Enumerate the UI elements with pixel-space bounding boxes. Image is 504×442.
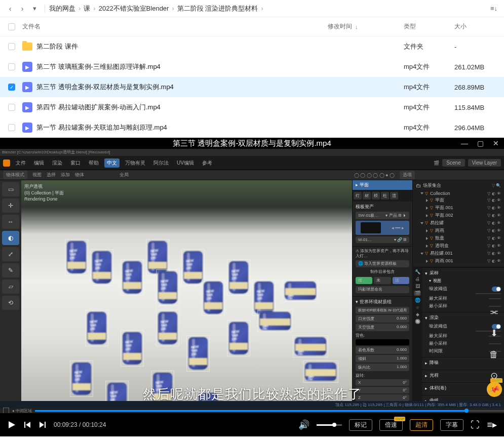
mark-button[interactable]: 标记	[349, 419, 372, 431]
lang-toggle[interactable]: 中文	[104, 158, 120, 168]
mode-sel[interactable]: 选择	[47, 172, 56, 178]
breadcrumb: 我的网盘› 课› 2022不错实验室Blender› 第二阶段 渲染进阶典型材料…	[49, 4, 488, 13]
row-checkbox[interactable]	[8, 104, 15, 111]
outliner-item[interactable]: ▽透明盒▽◐👁	[416, 242, 501, 250]
play-button[interactable]	[7, 420, 16, 429]
file-row[interactable]: ▶ 第四节 易拉罐动图扩展案例-动画入门.mp4 mp4文件 115.84MB	[0, 97, 504, 117]
workspace-2[interactable]: UV编辑	[174, 158, 197, 168]
minimize-button[interactable]: —	[461, 139, 468, 147]
playback-controls: 00:09:23 / 00:10:24 🔊 标记 倍速SVIP 超清 字幕 ⛶ …	[0, 413, 504, 436]
view-options-button[interactable]: ≡↓	[488, 3, 500, 15]
right-panels: ▸ 平面 灯 材 模 杜 渲 模板资产 SW-01极…▾ 产品 ⊞ ⏵ ◂ ━━…	[352, 180, 504, 406]
row-checkbox[interactable]	[8, 124, 15, 131]
file-type: mp4文件	[404, 103, 454, 112]
crumb-2[interactable]: 2022不错实验室Blender	[99, 4, 169, 13]
caption-button[interactable]: 字幕	[440, 419, 463, 431]
file-row[interactable]: ▶ 第二节 玻璃瓶案例-三维贴图原理详解.mp4 mp4文件 261.02MB	[0, 57, 504, 77]
tool-transform[interactable]: ✎	[2, 263, 19, 277]
outliner-item[interactable]: ▽平面.002▽◐👁	[416, 212, 501, 219]
outliner-item[interactable]: ▽瓶盖▽◐👁	[416, 234, 501, 242]
viewlayer-selector[interactable]: View Layer	[468, 159, 501, 167]
viewport-3d[interactable]: 用户透视 (0) Collection | 平面 Rendering Done …	[21, 180, 352, 406]
progress-track[interactable]	[35, 410, 504, 412]
outliner-item[interactable]: ▽平面.001▽◐👁	[416, 204, 501, 212]
progress-bar[interactable]: ● 中间区域	[0, 408, 504, 413]
tool-measure[interactable]: ⟲	[2, 296, 19, 310]
sort-arrow-icon: ↓	[355, 24, 358, 30]
mode-view[interactable]: 视图	[32, 172, 42, 178]
tool-annotate[interactable]: ▱	[2, 279, 19, 294]
outliner-item[interactable]: ▽两画.001▽◐👁	[416, 257, 501, 265]
color-swatch[interactable]	[356, 339, 409, 345]
delete-icon[interactable]: 🗑	[487, 347, 501, 361]
select-all-checkbox[interactable]	[8, 23, 15, 30]
options-btn[interactable]: 选项	[400, 171, 415, 179]
svg-rect-1	[24, 422, 25, 428]
asset-thumbnail[interactable]: ◂ ━━ ▸	[356, 221, 409, 235]
row-checkbox[interactable]: ✓	[8, 84, 15, 91]
outliner: 🗀场景集合▽ 🔍 ▽Collection▽◐👁▽平面▽◐👁▽平面.001▽◐👁▽…	[413, 180, 504, 267]
outliner-item[interactable]: ▽易拉罐▽◐👁	[416, 219, 501, 227]
outliner-item[interactable]: ▽平面▽◐👁	[416, 196, 501, 204]
scene-selector[interactable]: Scene	[442, 159, 464, 167]
header-size[interactable]: 大小	[454, 22, 500, 31]
tool-cursor[interactable]: ✛	[2, 198, 19, 213]
outliner-item[interactable]: ▽两画▽◐👁	[416, 227, 501, 234]
quality-button[interactable]: 超清	[410, 419, 433, 431]
crumb-0[interactable]: 我的网盘	[49, 4, 75, 13]
maximize-button[interactable]: ▢	[477, 139, 484, 147]
menu-window[interactable]: 窗口	[68, 158, 83, 168]
playlist-button[interactable]: ≡▸	[487, 419, 497, 430]
tool-move[interactable]: ↔	[2, 215, 19, 229]
close-button[interactable]: ✕	[493, 139, 499, 147]
prev-button[interactable]	[23, 421, 31, 429]
blender-titlebar: Blender [C:\Users\win10\Desktop\透明盒.blen…	[0, 149, 504, 156]
next-button[interactable]	[38, 421, 47, 429]
header-type[interactable]: 类型	[404, 22, 454, 31]
import-world-btn[interactable]: 🌐 导入世界资源模板	[356, 260, 409, 267]
blender-status-bar: 顶点 115,285 | 边 115,285 | 三角面:0 | 物体:0/11…	[0, 401, 504, 408]
workspace-1[interactable]: 阿尔法	[151, 158, 171, 168]
menu-help[interactable]: 帮助	[86, 158, 101, 168]
share-icon[interactable]: ⫘	[487, 305, 501, 319]
tool-scale[interactable]: ⤢	[2, 247, 19, 261]
noise-toggle[interactable]	[492, 287, 501, 292]
outliner-item[interactable]: ▽Collection▽◐👁	[416, 190, 501, 196]
tool-select[interactable]: ▭	[2, 182, 19, 196]
tool-rotate[interactable]: ◐	[2, 231, 19, 245]
panel-header: ▸ 平面	[353, 180, 412, 190]
nav-dropdown-button[interactable]: ▾	[28, 3, 41, 15]
file-row[interactable]: ✓ ▶ 第三节 透明盒案例-双层材质与是复制实例.mp4 mp4文件 268.8…	[0, 77, 504, 97]
outliner-item[interactable]: ▽易拉罐.001▽◐👁	[416, 250, 501, 257]
hdri-select[interactable]: 极致HDR标准模板.W-切代通用	[356, 307, 409, 314]
header-time[interactable]: 修改时间↓	[328, 22, 404, 31]
workspace-0[interactable]: 万物有灵	[123, 158, 148, 168]
mode-obj[interactable]: 物体	[75, 172, 84, 178]
file-type: mp4文件	[404, 83, 454, 92]
nav-back-button[interactable]	[4, 3, 16, 15]
workspace-3[interactable]: 参考	[200, 158, 215, 168]
menu-edit[interactable]: 编辑	[31, 158, 47, 168]
crumb-3[interactable]: 第二阶段 渲染进阶典型材料	[177, 4, 258, 13]
row-checkbox[interactable]	[8, 43, 15, 50]
speed-button[interactable]: 倍速SVIP	[379, 419, 403, 431]
mode-select[interactable]: 物体模式	[3, 171, 27, 179]
mode-add[interactable]: 添加	[61, 172, 70, 178]
file-row[interactable]: ▶ 第一节 易拉罐案例-关联追加与雕刻原理.mp4 mp4文件 296.04MB	[0, 117, 504, 138]
crumb-1[interactable]: 课	[84, 4, 90, 13]
progress-knob[interactable]	[464, 409, 469, 413]
fullscreen-button[interactable]: ⛶	[471, 420, 480, 430]
n-panel: ▸ 平面 灯 材 模 杜 渲 模板资产 SW-01极…▾ 产品 ⊞ ⏵ ◂ ━━…	[352, 180, 413, 406]
volume-button[interactable]: 🔊	[298, 419, 309, 430]
header-name[interactable]: 文件名	[22, 22, 328, 31]
menu-file[interactable]: 文件	[13, 158, 28, 168]
row-checkbox[interactable]	[8, 63, 15, 70]
file-row[interactable]: 第二阶段 课件 文件夹 -	[0, 36, 504, 57]
blender-menubar: 文件 编辑 渲染 窗口 帮助 中文 万物有灵 阿尔法 UV编辑 参考 🎬 Sce…	[0, 156, 504, 170]
file-name: 第二阶段 课件	[36, 42, 328, 51]
nav-forward-button[interactable]	[16, 3, 28, 15]
menu-render[interactable]: 渲染	[50, 158, 65, 168]
asset-dropdown[interactable]: SW-01极…▾ 产品 ⊞ ⏵	[356, 212, 409, 219]
volume-slider[interactable]	[317, 424, 342, 426]
download-icon[interactable]: ⬇	[487, 326, 501, 340]
